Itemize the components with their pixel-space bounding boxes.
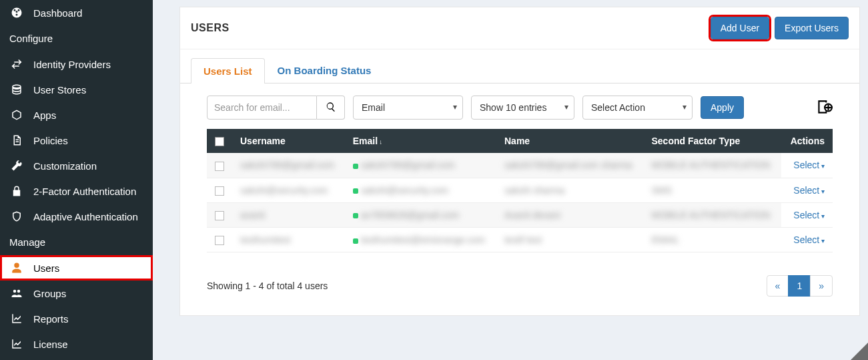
- users-table-wrap: Username Email↓ Name Second Factor Type …: [180, 129, 859, 263]
- wrench-icon: [9, 160, 24, 172]
- row-checkbox[interactable]: [215, 162, 224, 171]
- sidebar-item-label: Users: [33, 262, 59, 274]
- cell-name: sakshi sharma: [504, 185, 564, 196]
- sidebar: Dashboard Configure Identity Providers U…: [0, 0, 153, 360]
- col-name[interactable]: Name: [496, 129, 644, 153]
- sidebar-item-label: Groups: [33, 288, 66, 299]
- page-header-actions: Add User Export Users: [711, 17, 849, 39]
- resize-grip-icon[interactable]: [851, 343, 868, 360]
- lock-icon: [9, 185, 24, 197]
- search-icon: [326, 102, 336, 114]
- sidebar-item-2fa[interactable]: 2-Factor Authentication: [0, 178, 153, 204]
- filter-field-value: Email: [362, 102, 385, 113]
- package-icon: [9, 109, 24, 121]
- col-email[interactable]: Email↓: [345, 129, 496, 153]
- cell-name: testif test: [504, 234, 542, 245]
- export-users-button[interactable]: Export Users: [775, 17, 849, 39]
- sidebar-item-dashboard[interactable]: Dashboard: [0, 0, 153, 25]
- select-all-checkbox[interactable]: [215, 137, 224, 146]
- tabs: Users List On Boarding Status: [180, 49, 859, 83]
- status-dot-icon: [353, 238, 358, 244]
- add-user-icon[interactable]: [815, 98, 833, 118]
- sidebar-item-user-stores[interactable]: User Stores: [0, 77, 153, 102]
- sidebar-item-label: Identity Providers: [33, 59, 111, 70]
- table-row: sakshi@security.comsakshi@security.comsa…: [207, 178, 833, 202]
- add-user-button[interactable]: Add User: [711, 17, 769, 39]
- row-action-select[interactable]: Select: [793, 234, 825, 245]
- col-username[interactable]: Username: [232, 129, 345, 153]
- sidebar-item-customization[interactable]: Customization: [0, 153, 153, 178]
- table-body: sakshi789@gmail.comsakshi789@gmail.comsa…: [207, 153, 833, 252]
- action-select-value: Select Action: [591, 102, 645, 113]
- col-second-factor[interactable]: Second Factor Type: [643, 129, 781, 153]
- page-size-select[interactable]: Show 10 entries: [471, 96, 574, 120]
- document-icon: [9, 134, 24, 146]
- page-header: USERS Add User Export Users: [180, 7, 859, 49]
- status-dot-icon: [353, 164, 358, 169]
- cell-second-factor: MOBILE AUTHENTICATION: [651, 210, 770, 220]
- row-action-select[interactable]: Select: [793, 210, 825, 220]
- sidebar-item-reports[interactable]: Reports: [0, 306, 153, 331]
- sidebar-item-label: Dashboard: [33, 7, 82, 19]
- tab-users-list[interactable]: Users List: [191, 58, 265, 83]
- pagination-summary: Showing 1 - 4 of total 4 users: [207, 281, 328, 291]
- table-row: avantiav7859626@gmail.comAvanti devaniMO…: [207, 202, 833, 227]
- row-action-select[interactable]: Select: [793, 185, 825, 196]
- col-actions: Actions: [781, 129, 833, 153]
- cell-email: sakshi789@gmail.com: [361, 160, 455, 170]
- dashboard-icon: [9, 7, 24, 19]
- status-dot-icon: [353, 188, 358, 194]
- row-checkbox[interactable]: [215, 211, 224, 220]
- filter-field-select[interactable]: Email: [353, 96, 463, 120]
- row-checkbox[interactable]: [215, 236, 224, 245]
- shield-icon: [9, 210, 24, 222]
- cell-email: av7859626@gmail.com: [361, 210, 459, 220]
- cell-username: sakshi789@gmail.com: [240, 160, 334, 170]
- sidebar-item-label: Customization: [33, 160, 97, 172]
- toolbar: Email Show 10 entries Select Action Appl…: [180, 83, 859, 129]
- sidebar-item-users[interactable]: Users: [0, 255, 153, 281]
- pagination-next[interactable]: »: [810, 275, 833, 297]
- database-icon: [9, 83, 24, 96]
- pagination: « 1 »: [767, 275, 833, 297]
- apply-button[interactable]: Apply: [701, 96, 744, 119]
- pagination-page-1[interactable]: 1: [788, 275, 811, 297]
- sidebar-item-adaptive-auth[interactable]: Adaptive Authentication: [0, 204, 153, 229]
- main-content: USERS Add User Export Users Users List O…: [153, 0, 868, 360]
- search-input[interactable]: [207, 96, 317, 120]
- col-email-label: Email: [353, 136, 378, 146]
- cell-username: sakshi@security.com: [240, 185, 328, 196]
- sidebar-item-groups[interactable]: Groups: [0, 281, 153, 306]
- section-header-configure: Configure: [0, 25, 153, 51]
- cell-second-factor: EMAIL: [651, 234, 679, 245]
- search-input-group: [207, 96, 345, 120]
- user-icon: [9, 262, 24, 274]
- sidebar-item-policies[interactable]: Policies: [0, 128, 153, 153]
- table-row: sakshi789@gmail.comsakshi789@gmail.comsa…: [207, 153, 833, 178]
- chart-icon: [9, 338, 24, 350]
- page-size-value: Show 10 entries: [480, 102, 546, 113]
- row-checkbox[interactable]: [215, 186, 224, 196]
- sidebar-item-apps[interactable]: Apps: [0, 102, 153, 128]
- sidebar-item-label: Apps: [33, 110, 56, 121]
- tab-onboarding-status[interactable]: On Boarding Status: [265, 57, 384, 83]
- sidebar-item-label: Reports: [33, 313, 69, 325]
- users-panel: USERS Add User Export Users Users List O…: [179, 7, 860, 316]
- users-icon: [9, 287, 24, 299]
- pagination-prev[interactable]: «: [767, 275, 789, 297]
- chart-icon: [9, 313, 24, 325]
- action-select[interactable]: Select Action: [582, 96, 693, 120]
- sidebar-item-identity-providers[interactable]: Identity Providers: [0, 51, 153, 77]
- table-footer: Showing 1 - 4 of total 4 users « 1 »: [180, 263, 859, 315]
- sidebar-item-license[interactable]: License: [0, 331, 153, 357]
- table-header: Username Email↓ Name Second Factor Type …: [207, 129, 833, 153]
- row-action-select[interactable]: Select: [793, 160, 825, 170]
- search-button[interactable]: [317, 96, 345, 120]
- status-dot-icon: [353, 213, 358, 218]
- page-title: USERS: [191, 22, 230, 34]
- cell-name: Avanti devani: [504, 210, 560, 220]
- sidebar-item-label: Policies: [33, 135, 68, 146]
- cell-email: sakshi@security.com: [361, 185, 448, 196]
- cell-second-factor: SMS: [651, 185, 671, 196]
- sort-desc-icon: ↓: [379, 138, 382, 146]
